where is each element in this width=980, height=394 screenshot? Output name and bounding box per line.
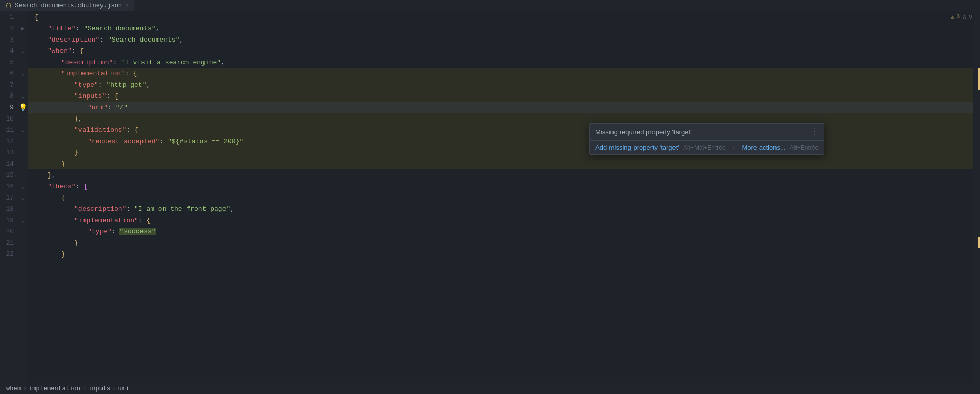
gutter-row-18: 18 bbox=[0, 203, 28, 214]
line-num-22: 22 bbox=[0, 250, 18, 258]
gutter-row-16: 16 ⌄ bbox=[0, 181, 28, 192]
diagnostic-header: Missing required property 'target' ⋮ bbox=[590, 124, 824, 141]
line-num-5: 5 bbox=[0, 58, 18, 66]
gutter-icon-16[interactable]: ⌄ bbox=[18, 183, 27, 190]
diagnostic-actions: Add missing property 'target' Alt+Maj+En… bbox=[590, 141, 824, 154]
breadcrumb-implementation[interactable]: implementation bbox=[29, 385, 80, 392]
line-num-17: 17 bbox=[0, 194, 18, 202]
code-line-1: { bbox=[28, 11, 973, 23]
more-keybind: Alt+Entrée bbox=[790, 144, 819, 151]
code-lines: { "title" : "Search documents" , "descri… bbox=[28, 11, 973, 260]
line-num-10: 10 bbox=[0, 115, 18, 123]
line-num-18: 18 bbox=[0, 205, 18, 213]
line-num-3: 3 bbox=[0, 36, 18, 44]
gutter-icon-4[interactable]: ⌄ bbox=[18, 47, 27, 55]
line-num-13: 13 bbox=[0, 149, 18, 156]
line-num-11: 11 bbox=[0, 126, 18, 134]
line-num-21: 21 bbox=[0, 239, 18, 247]
line-num-9: 9 bbox=[0, 104, 18, 111]
code-area[interactable]: { "title" : "Search documents" , "descri… bbox=[28, 11, 973, 383]
gutter-row-4: 4 ⌄ bbox=[0, 45, 28, 56]
gutter-row-10: 10 bbox=[0, 113, 28, 124]
tab-label: Search documents.chutney.json bbox=[15, 2, 122, 9]
gutter-row-7: 7 bbox=[0, 79, 28, 90]
line-num-1: 1 bbox=[0, 13, 18, 21]
line-num-6: 6 bbox=[0, 70, 18, 77]
diagnostic-more-icon[interactable]: ⋮ bbox=[810, 127, 819, 137]
code-line-16: "thens" : [ bbox=[28, 181, 973, 192]
code-line-7: "type" : "http-get" , bbox=[28, 79, 973, 90]
editor-container: ⚠ 3 ∧ ∨ 1 2 ▶ 3 4 ⌄ 5 6 bbox=[0, 11, 980, 383]
gutter-row-12: 12 bbox=[0, 135, 28, 147]
line-num-15: 15 bbox=[0, 171, 18, 179]
gutter-row-13: 13 bbox=[0, 147, 28, 158]
gutter-row-6: 6 ⌄ bbox=[0, 68, 28, 79]
line-num-7: 7 bbox=[0, 81, 18, 89]
line-num-14: 14 bbox=[0, 160, 18, 168]
code-line-17: { bbox=[28, 192, 973, 203]
gutter-row-22: 22 bbox=[0, 248, 28, 260]
code-line-21: } bbox=[28, 237, 973, 248]
file-icon: {} bbox=[5, 3, 12, 9]
code-line-3: "description" : "Search documents" , bbox=[28, 34, 973, 45]
line-num-16: 16 bbox=[0, 183, 18, 190]
gutter-icon-6[interactable]: ⌄ bbox=[18, 70, 27, 77]
gutter-row-19: 19 ⌄ bbox=[0, 214, 28, 226]
code-line-12: "request accepted" : "${#status == 200}" bbox=[28, 135, 973, 147]
breadcrumb: when › implementation › inputs › uri bbox=[0, 383, 980, 394]
gutter-row-14: 14 bbox=[0, 158, 28, 169]
gutter-icon-19[interactable]: ⌄ bbox=[18, 216, 27, 224]
code-line-19: "implementation" : { bbox=[28, 214, 973, 226]
code-line-5: "description" : "I visit a search engine… bbox=[28, 56, 973, 68]
line-num-8: 8 bbox=[0, 92, 18, 100]
right-panel bbox=[973, 11, 980, 383]
breadcrumb-when[interactable]: when bbox=[6, 385, 21, 392]
code-line-22: } bbox=[28, 248, 973, 260]
warning-nav-up[interactable]: ∧ bbox=[962, 13, 966, 22]
code-line-15: } , bbox=[28, 169, 973, 181]
code-line-20: "type" : "success" bbox=[28, 226, 973, 237]
action-keybind: Alt+Maj+Entrée bbox=[683, 144, 726, 151]
gutter-row-5: 5 bbox=[0, 56, 28, 68]
add-missing-property-link[interactable]: Add missing property 'target' bbox=[595, 144, 679, 151]
code-line-8: "inputs" : { bbox=[28, 90, 973, 102]
gutter-icon-2[interactable]: ▶ bbox=[18, 25, 27, 32]
gutter-row-9: 9 💡 bbox=[0, 102, 28, 113]
breadcrumb-uri[interactable]: uri bbox=[118, 385, 129, 392]
code-line-4: "when" : { bbox=[28, 45, 973, 56]
line-num-20: 20 bbox=[0, 228, 18, 235]
gutter-row-15: 15 bbox=[0, 169, 28, 181]
diagnostic-title: Missing required property 'target' bbox=[595, 128, 692, 136]
breadcrumb-inputs[interactable]: inputs bbox=[88, 385, 110, 392]
code-line-9: "uri" : "/" bbox=[28, 102, 973, 113]
text-cursor bbox=[128, 104, 128, 111]
gutter-row-21: 21 bbox=[0, 237, 28, 248]
warning-number: 3 bbox=[956, 13, 960, 21]
diagnostic-popup: Missing required property 'target' ⋮ Add… bbox=[589, 123, 824, 155]
code-line-10: } , bbox=[28, 113, 973, 124]
tab-close-icon[interactable]: × bbox=[125, 3, 129, 9]
code-line-6: "implementation" : { bbox=[28, 68, 973, 79]
gutter-row-11: 11 ⌄ bbox=[0, 124, 28, 135]
code-line-18: "description" : "I am on the front page"… bbox=[28, 203, 973, 214]
line-num-2: 2 bbox=[0, 25, 18, 32]
line-num-19: 19 bbox=[0, 216, 18, 224]
gutter-icon-17[interactable]: ⌄ bbox=[18, 194, 27, 202]
editor-tab[interactable]: {} Search documents.chutney.json × bbox=[0, 0, 134, 11]
gutter-icon-9[interactable]: 💡 bbox=[18, 103, 27, 112]
warning-count: ⚠ bbox=[951, 13, 954, 21]
gutter-row-1: 1 bbox=[0, 11, 28, 23]
gutter-icon-11[interactable]: ⌄ bbox=[18, 126, 27, 134]
code-line-14: } bbox=[28, 158, 973, 169]
more-actions-link[interactable]: More actions... bbox=[742, 144, 785, 151]
gutter-row-8: 8 ⌄ bbox=[0, 90, 28, 102]
editor-gutter: 1 2 ▶ 3 4 ⌄ 5 6 ⌄ 7 bbox=[0, 11, 28, 383]
code-line-13: } bbox=[28, 147, 973, 158]
line-num-4: 4 bbox=[0, 47, 18, 55]
warning-nav-down[interactable]: ∨ bbox=[969, 13, 973, 22]
gutter-row-17: 17 ⌄ bbox=[0, 192, 28, 203]
gutter-row-20: 20 bbox=[0, 226, 28, 237]
gutter-icon-8[interactable]: ⌄ bbox=[18, 92, 27, 100]
line-num-12: 12 bbox=[0, 137, 18, 145]
code-line-2: "title" : "Search documents" , bbox=[28, 23, 973, 34]
